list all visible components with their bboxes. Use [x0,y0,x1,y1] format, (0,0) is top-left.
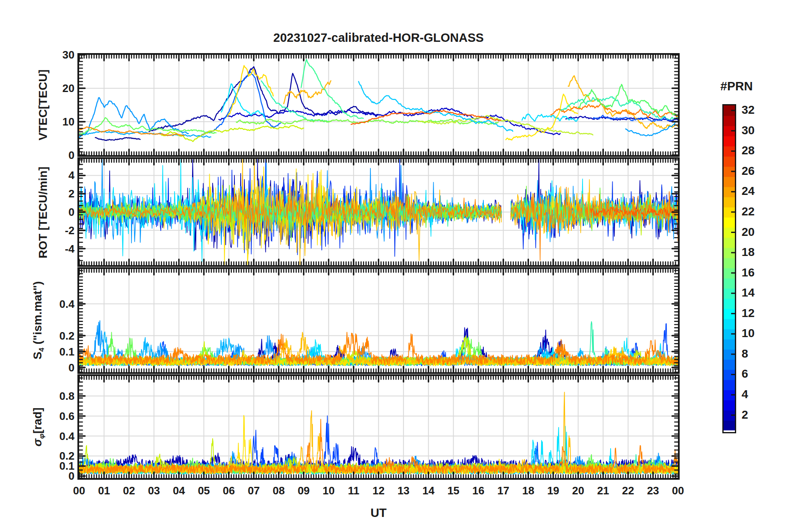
colorbar-tick-label: 18 [742,246,755,259]
colorbar-tick-label: 16 [742,266,755,279]
vtec-plot-canvas [79,55,678,155]
colorbar-tick-label: 30 [742,124,755,137]
colorbar-tick-label: 28 [742,144,755,157]
y-tick-label-s4: 0.2 [41,329,74,343]
y-tick-label-vtec: 0 [41,148,74,162]
y-tick-label-vtec: 10 [41,115,74,128]
panel-rot [77,157,680,267]
colorbar-title: #PRN [709,79,764,93]
x-axis-label: UT [79,506,678,520]
colorbar-gradient [724,105,735,430]
rot-plot-canvas [79,159,678,265]
y-tick-label-sigma: 0.2 [41,449,74,463]
colorbar-tick-label: 2 [742,408,748,422]
x-tick-label: 00 [663,484,693,497]
colorbar-tick-label: 10 [742,327,755,340]
chart-title: 20231027-calibrated-HOR-GLONASS [79,31,678,45]
panel-sigma [77,374,680,480]
colorbar-tick-label: 12 [742,307,755,320]
panel-vtec [77,53,680,157]
y-tick-label-sigma: 0.4 [41,430,74,443]
y-tick-label-vtec: 20 [41,82,74,95]
y-tick-label-rot: 0 [41,205,74,219]
ylabel-vtec-text: VTEC[TECU] [36,69,49,141]
colorbar-tick-label: 20 [742,225,755,239]
colorbar-tick-label: 14 [742,286,755,299]
colorbar-tick-label: 4 [742,388,748,401]
y-tick-label-rot: -4 [41,242,74,256]
colorbar-tick-label: 32 [742,103,755,117]
y-tick-label-s4: 0.4 [41,297,74,311]
panel-s4 [77,267,680,374]
y-tick-label-sigma: 0.8 [41,389,74,403]
colorbar-tick-label: 24 [742,184,755,198]
colorbar-tick-label: 22 [742,205,755,218]
y-tick-label-vtec: 30 [41,48,74,61]
y-tick-label-rot: 2 [41,187,74,200]
s4-plot-canvas [79,269,678,372]
colorbar-tick-label: 6 [742,367,748,381]
ylabel-vtec: VTEC[TECU] [36,69,50,141]
colorbar-tick-label: 8 [742,347,748,361]
y-tick-label-s4: 0.1 [41,345,74,358]
y-tick-label-rot: -2 [41,224,74,237]
figure: 20231027-calibrated-HOR-GLONASS VTEC[TEC… [0,0,796,532]
colorbar-tick-label: 26 [742,164,755,178]
y-tick-label-rot: 4 [41,169,74,182]
sigma-plot-canvas [79,376,678,478]
colorbar [722,104,736,433]
y-tick-label-s4: 0 [41,361,74,374]
y-tick-label-sigma: 0.6 [41,409,74,423]
